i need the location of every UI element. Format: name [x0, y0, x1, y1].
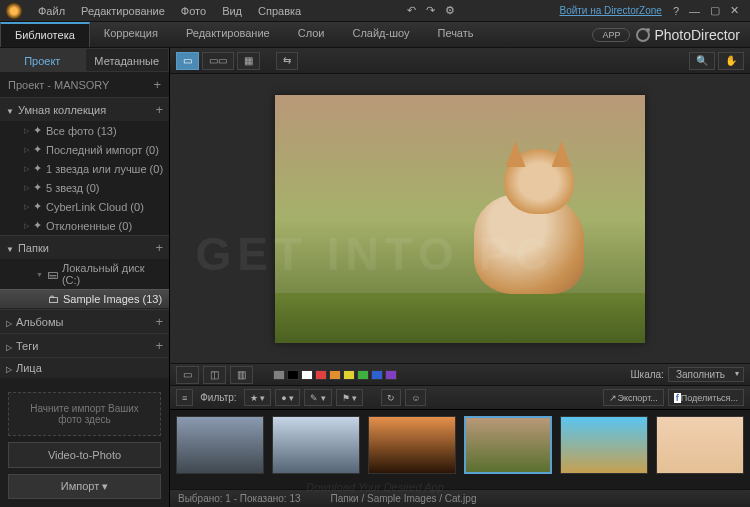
thumbnail[interactable]: [656, 416, 744, 474]
undo-icon[interactable]: ↶: [402, 2, 421, 19]
section-faces[interactable]: ▷Лица: [0, 358, 169, 378]
thumbnail[interactable]: [464, 416, 552, 474]
color-swatch[interactable]: [329, 370, 341, 380]
project-name: Проект - MANSORY: [8, 79, 109, 91]
scale-select[interactable]: Заполнить: [668, 367, 744, 382]
drive-icon: 🖴: [47, 268, 58, 280]
filter-flag[interactable]: ⚑ ▾: [336, 389, 364, 406]
view-compare-icon[interactable]: ▭▭: [202, 52, 234, 70]
section-tags[interactable]: ▷Теги +: [0, 334, 169, 357]
thumbnail[interactable]: [272, 416, 360, 474]
thumbnail[interactable]: [560, 416, 648, 474]
lens-icon: [636, 28, 650, 42]
tab-1[interactable]: Коррекция: [90, 22, 172, 47]
chevron-down-icon: ▼: [6, 245, 14, 254]
collection-icon: ✦: [33, 200, 42, 213]
smart-item[interactable]: ▷✦Все фото (13): [0, 121, 169, 140]
redo-icon[interactable]: ↷: [421, 2, 440, 19]
preview-area[interactable]: [170, 74, 750, 363]
filter-bar: ≡ Фильтр: ★ ▾ ● ▾ ✎ ▾ ⚑ ▾ ↻ ☺ ↗ Экспорт.…: [170, 385, 750, 409]
view-grid-icon[interactable]: ▦: [237, 52, 260, 70]
album-add-icon[interactable]: +: [155, 314, 163, 329]
menu-Файл[interactable]: Файл: [30, 3, 73, 19]
tab-2[interactable]: Редактирование: [172, 22, 284, 47]
section-smart-collection[interactable]: ▼Умная коллекция +: [0, 98, 169, 121]
color-swatch[interactable]: [371, 370, 383, 380]
filter-rating[interactable]: ★ ▾: [244, 389, 272, 406]
share-button[interactable]: f Поделиться...: [668, 389, 744, 406]
layout-1-icon[interactable]: ▭: [176, 366, 199, 384]
collection-icon: ✦: [33, 181, 42, 194]
folder-add-icon[interactable]: +: [155, 240, 163, 255]
help-icon[interactable]: ?: [668, 5, 684, 17]
filter-label-color[interactable]: ● ▾: [275, 389, 300, 406]
chevron-right-icon: ▷: [6, 319, 12, 328]
tab-project[interactable]: Проект: [0, 48, 85, 72]
collection-icon: ✦: [33, 219, 42, 232]
color-swatch[interactable]: [357, 370, 369, 380]
smart-item[interactable]: ▷✦Последний импорт (0): [0, 140, 169, 159]
tab-metadata[interactable]: Метаданные: [85, 48, 170, 72]
zoom-tool-icon[interactable]: 🔍: [689, 52, 715, 70]
color-swatch[interactable]: [301, 370, 313, 380]
maximize-icon[interactable]: ▢: [705, 4, 725, 17]
color-swatch[interactable]: [385, 370, 397, 380]
color-swatch[interactable]: [343, 370, 355, 380]
layout-2-icon[interactable]: ◫: [203, 366, 226, 384]
scale-label: Шкала:: [630, 369, 664, 380]
view-single-icon[interactable]: ▭: [176, 52, 199, 70]
filmstrip[interactable]: [170, 409, 750, 489]
menu-Вид[interactable]: Вид: [214, 3, 250, 19]
folder-sample-images[interactable]: 🗀 Sample Images (13): [0, 289, 169, 309]
brand-text: PhotoDirector: [654, 27, 740, 43]
folder-drive[interactable]: ▼ 🖴 Локальный диск (C:): [0, 259, 169, 289]
preview-image: [275, 95, 645, 343]
close-icon[interactable]: ✕: [725, 4, 744, 17]
tab-4[interactable]: Слайд-шоу: [338, 22, 423, 47]
settings-icon[interactable]: ⚙: [440, 2, 460, 19]
project-add-icon[interactable]: +: [153, 77, 161, 92]
main-tabs: БиблиотекаКоррекцияРедактированиеСлоиСла…: [0, 22, 750, 48]
chevron-right-icon: ▷: [6, 365, 12, 374]
import-dropzone[interactable]: Начните импорт Ваших фото здесь: [8, 392, 161, 436]
collection-icon: ✦: [33, 162, 42, 175]
menu-Справка[interactable]: Справка: [250, 3, 309, 19]
section-folders[interactable]: ▼Папки +: [0, 236, 169, 259]
chevron-down-icon: ▼: [6, 107, 14, 116]
color-swatch[interactable]: [273, 370, 285, 380]
import-button[interactable]: Импорт ▾: [8, 474, 161, 499]
tab-0[interactable]: Библиотека: [0, 22, 90, 47]
rotate-icon[interactable]: ↻: [381, 389, 401, 406]
smart-item[interactable]: ▷✦Отклоненные (0): [0, 216, 169, 235]
statusbar: Выбрано: 1 - Показано: 13 Папки / Sample…: [170, 489, 750, 507]
directorzone-link[interactable]: Войти на DirectorZone: [553, 5, 667, 16]
project-header: Проект - MANSORY +: [0, 72, 169, 97]
collection-icon: ✦: [33, 143, 42, 156]
side-tabs: Проект Метаданные: [0, 48, 169, 72]
tag-add-icon[interactable]: +: [155, 338, 163, 353]
color-swatch[interactable]: [287, 370, 299, 380]
video-to-photo-button[interactable]: Video-to-Photo: [8, 442, 161, 468]
app-badge[interactable]: APP: [592, 28, 630, 42]
sidebar: Проект Метаданные Проект - MANSORY + ▼Ум…: [0, 48, 170, 507]
toggle-filmstrip-icon[interactable]: ≡: [176, 389, 193, 406]
layout-3-icon[interactable]: ▥: [230, 366, 253, 384]
pan-tool-icon[interactable]: ✋: [718, 52, 744, 70]
tab-5[interactable]: Печать: [423, 22, 487, 47]
smart-item[interactable]: ▷✦CyberLink Cloud (0): [0, 197, 169, 216]
section-albums[interactable]: ▷Альбомы +: [0, 310, 169, 333]
color-swatch[interactable]: [315, 370, 327, 380]
smart-item[interactable]: ▷✦5 звезд (0): [0, 178, 169, 197]
menu-Редактирование[interactable]: Редактирование: [73, 3, 173, 19]
minimize-icon[interactable]: —: [684, 5, 705, 17]
menu-Фото[interactable]: Фото: [173, 3, 214, 19]
thumbnail[interactable]: [368, 416, 456, 474]
smart-item[interactable]: ▷✦1 звезда или лучше (0): [0, 159, 169, 178]
view-mirror-icon[interactable]: ⇆: [276, 52, 298, 70]
export-button[interactable]: ↗ Экспорт...: [603, 389, 663, 406]
tab-3[interactable]: Слои: [284, 22, 339, 47]
face-tag-icon[interactable]: ☺: [405, 389, 426, 406]
thumbnail[interactable]: [176, 416, 264, 474]
smart-add-icon[interactable]: +: [155, 102, 163, 117]
filter-edited[interactable]: ✎ ▾: [304, 389, 332, 406]
